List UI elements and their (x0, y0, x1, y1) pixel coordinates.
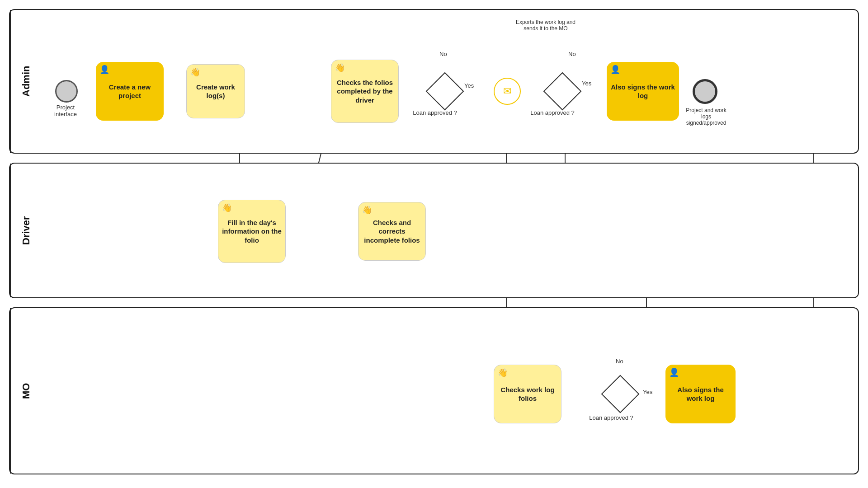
hand-icon-1: 👋 (190, 67, 200, 78)
g1-yes-label: Yes (464, 82, 474, 89)
admin-end-event (693, 79, 717, 104)
admin-lane-content: Project interface 👤 Create a new project… (42, 10, 858, 153)
gateway1-label: Loan approved ? (412, 109, 458, 116)
gateway1-container (429, 75, 461, 107)
create-new-project-task[interactable]: 👤 Create a new project (96, 62, 164, 121)
gateway3-container (604, 378, 636, 410)
hand-icon-3: 👋 (222, 203, 232, 213)
g2-no-label: No (568, 51, 576, 57)
admin-start-event (55, 80, 78, 103)
hand-icon-4: 👋 (362, 205, 372, 216)
check-correct-task[interactable]: 👋 Checks and corrects incomplete folios (358, 202, 426, 261)
check-worklog-task[interactable]: 👋 Checks work log folios (494, 365, 561, 423)
g2-yes-label: Yes (582, 80, 591, 87)
hand-icon-5: 👋 (498, 368, 508, 378)
g3-no-label: No (616, 358, 623, 365)
gateway2 (543, 72, 582, 111)
mo-lane-content: 👋 Checks work log folios Loan approved ?… (42, 308, 858, 474)
diagram-container: Admin Project interface 👤 Create a new p… (0, 0, 868, 488)
create-worklog-task[interactable]: 👋 Create work log(s) (186, 64, 245, 118)
gateway3-label: Loan approved ? (586, 414, 636, 421)
g1-no-label: No (439, 51, 447, 57)
gateway2-container (547, 75, 578, 107)
lane-mo: MO 👋 Checks work log folios Loan approve… (9, 307, 859, 474)
driver-lane-content: 👋 Fill in the day's information on the f… (42, 164, 858, 297)
gateway1 (426, 72, 464, 111)
check-folios-task[interactable]: 👋 Checks the folios completed by the dri… (331, 60, 399, 123)
admin-lane-label: Admin (10, 10, 42, 153)
admin-sign-task[interactable]: 👤 Also signs the work log (607, 62, 679, 121)
g3-yes-label: Yes (643, 389, 652, 395)
exports-label: Exports the work log and sends it to the… (512, 19, 580, 32)
driver-lane-label: Driver (10, 164, 42, 297)
lane-driver: Driver 👋 Fill in the day's information o… (9, 163, 859, 298)
fill-folio-task[interactable]: 👋 Fill in the day's information on the f… (218, 200, 286, 263)
gateway2-label: Loan approved ? (530, 109, 575, 116)
hand-icon-2: 👋 (335, 63, 345, 73)
user-icon-3: 👤 (669, 367, 679, 378)
gateway3 (601, 375, 640, 413)
message-event: ✉ (494, 78, 521, 105)
lane-admin: Admin Project interface 👤 Create a new p… (9, 9, 859, 154)
project-interface-label: Project interface (45, 104, 86, 117)
mo-lane-label: MO (10, 308, 42, 474)
admin-end-label: Project and work logs signed/approved (681, 107, 731, 126)
envelope-icon: ✉ (503, 85, 511, 97)
user-icon-2: 👤 (610, 65, 620, 75)
mo-sign-task[interactable]: 👤 Also signs the work log (665, 365, 736, 423)
user-icon: 👤 (99, 65, 109, 75)
